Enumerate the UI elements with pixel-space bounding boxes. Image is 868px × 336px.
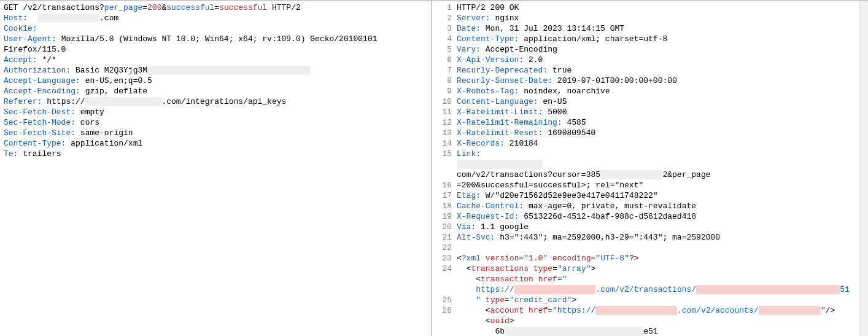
xml-text: 6b e51 [457, 326, 856, 336]
request-header: Cookie: [4, 23, 428, 34]
response-header: Via: 1.1 google [457, 222, 856, 232]
response-header: X-Api-Version: 2.0 [457, 55, 856, 65]
vertical-scrollbar[interactable] [859, 1, 868, 336]
response-header: Etag: W/"d20e71562d52e9ee3e417e041174822… [457, 190, 856, 201]
response-header: Vary: Accept-Encoding [457, 44, 856, 55]
active-tab-indicator [432, 0, 466, 1]
line-number: 8 [432, 76, 452, 86]
request-header: User-Agent: Mozilla/5.0 (Windows NT 10.0… [4, 34, 428, 55]
line-number [432, 159, 452, 170]
response-header: Server: nginx [457, 13, 856, 23]
line-number [432, 326, 452, 336]
line-number: 23 [432, 253, 452, 264]
line-number: 16 [432, 180, 452, 190]
response-header-continuation [457, 159, 856, 170]
request-editor[interactable]: GET /v2/transactions?per_page=200&succes… [0, 1, 432, 163]
line-number: 11 [432, 107, 452, 117]
line-number [432, 316, 452, 326]
request-header: Sec-Fetch-Mode: cors [4, 117, 428, 128]
blank-line [457, 243, 856, 253]
response-header: Recurly-Deprecated: true [457, 65, 856, 76]
request-header: Host: .com [4, 13, 428, 23]
request-header: Sec-Fetch-Dest: empty [4, 107, 428, 117]
active-tab-indicator [0, 0, 34, 1]
response-header: X-Ratelimit-Remaining: 4585 [457, 117, 856, 128]
line-number: 17 [432, 190, 452, 201]
response-header: Link: [457, 149, 856, 159]
request-header: Authorization: Basic M2Q3Yjg3M [4, 65, 428, 76]
response-status-line: HTTP/2 200 OK [457, 2, 856, 13]
line-number: 26 [432, 305, 452, 316]
response-header: X-Robots-Tag: noindex, noarchive [457, 86, 856, 96]
line-number: 25 [432, 295, 452, 305]
request-header: Content-Type: application/xml [4, 138, 428, 149]
line-number: 3 [432, 23, 452, 34]
line-number [432, 284, 452, 295]
response-header: Date: Mon, 31 Jul 2023 13:14:15 GMT [457, 23, 856, 34]
xml-declaration: <?xml version="1.0" encoding="UTF-8"?> [457, 253, 856, 264]
xml-attr-value: " type="credit_card"> [457, 295, 856, 305]
response-header: Recurly-Sunset-Date: 2019-07-01T00:00:00… [457, 76, 856, 86]
response-header: X-Records: 210184 [457, 138, 856, 149]
http-message-split-view: GET /v2/transactions?per_page=200&succes… [0, 0, 868, 336]
response-header: Content-Type: application/xml; charset=u… [457, 34, 856, 44]
line-number: 19 [432, 211, 452, 222]
request-header: Te: trailers [4, 149, 428, 159]
xml-element: <transaction href=" [457, 274, 856, 284]
line-number: 18 [432, 201, 452, 211]
line-number: 10 [432, 96, 452, 107]
line-number: 22 [432, 243, 452, 253]
request-header: Sec-Fetch-Site: same-origin [4, 128, 428, 138]
response-editor[interactable]: HTTP/2 200 OKServer: nginxDate: Mon, 31 … [455, 1, 859, 336]
line-number [432, 170, 452, 180]
response-header-continuation: =200&successful=successful>; rel="next" [457, 180, 856, 190]
line-number-gutter: 1234567891011121314151617181920212223242… [432, 1, 455, 336]
line-number: 12 [432, 117, 452, 128]
line-number: 5 [432, 44, 452, 55]
line-number [432, 274, 452, 284]
request-header: Referer: https:// .com/integrations/api_… [4, 96, 428, 107]
line-number: 1 [432, 2, 452, 13]
xml-element: <account href="https:// .com/v2/accounts… [457, 305, 856, 316]
line-number: 20 [432, 222, 452, 232]
response-header: Content-Language: en-US [457, 96, 856, 107]
line-number: 21 [432, 232, 452, 243]
line-number: 4 [432, 34, 452, 44]
request-header: Accept: */* [4, 55, 428, 65]
line-number: 6 [432, 55, 452, 65]
request-line: GET /v2/transactions?per_page=200&succes… [4, 2, 428, 13]
line-number: 9 [432, 86, 452, 96]
response-header: X-Ratelimit-Reset: 1690809540 [457, 128, 856, 138]
response-header: X-Ratelimit-Limit: 5000 [457, 107, 856, 117]
line-number: 15 [432, 149, 452, 159]
request-header: Accept-Encoding: gzip, deflate [4, 86, 428, 96]
line-number: 2 [432, 13, 452, 23]
xml-element: <transactions type="array"> [457, 264, 856, 274]
xml-attr-value: https:// .com/v2/transactions/ 51 [457, 284, 856, 295]
response-header: X-Request-Id: 6513226d-4512-4baf-988c-d5… [457, 211, 856, 222]
response-header: Alt-Svc: h3=":443"; ma=2592000,h3-29=":4… [457, 232, 856, 243]
line-number: 13 [432, 128, 452, 138]
response-header: Cache-Control: max-age=0, private, must-… [457, 201, 856, 211]
xml-element: <uuid> [457, 316, 856, 326]
line-number: 24 [432, 264, 452, 274]
request-header: Accept-Language: en-US,en;q=0.5 [4, 76, 428, 86]
line-number: 14 [432, 138, 452, 149]
request-pane[interactable]: GET /v2/transactions?per_page=200&succes… [0, 0, 432, 336]
line-number: 7 [432, 65, 452, 76]
response-pane[interactable]: 1234567891011121314151617181920212223242… [432, 0, 868, 336]
